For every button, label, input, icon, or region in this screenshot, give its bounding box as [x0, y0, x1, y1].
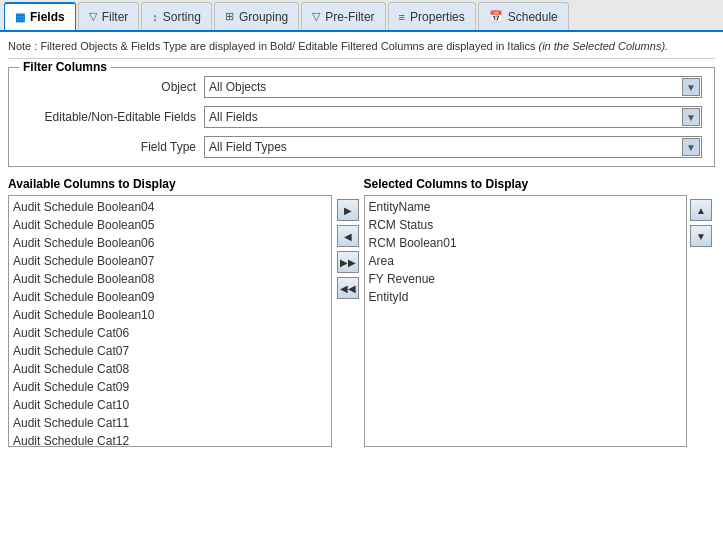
add-one-button[interactable]: ▶: [337, 199, 359, 221]
filter-fieldtype-wrapper: All Field Types ▼: [204, 136, 702, 158]
available-list-item[interactable]: Audit Schedule Boolean06: [9, 232, 331, 250]
tab-label-schedule: Schedule: [508, 10, 558, 24]
selected-columns-panel: Selected Columns to Display EntityNameRC…: [364, 177, 688, 447]
available-list-item[interactable]: Audit Schedule Cat07: [9, 340, 331, 358]
available-list-item[interactable]: Audit Schedule Boolean07: [9, 250, 331, 268]
tab-label-properties: Properties: [410, 10, 465, 24]
tab-icon-schedule: 📅: [489, 10, 503, 23]
tab-icon-sorting: ↕: [152, 11, 158, 23]
available-list-item[interactable]: Audit Schedule Boolean10: [9, 304, 331, 322]
available-list-item[interactable]: Audit Schedule Boolean05: [9, 214, 331, 232]
note-bar: Note : Filtered Objects & Fields Type ar…: [8, 40, 715, 59]
selected-list-item[interactable]: FY Revenue: [365, 268, 687, 286]
filter-fieldtype-select[interactable]: All Field Types: [204, 136, 702, 158]
middle-buttons: ▶ ◀ ▶▶ ◀◀: [332, 177, 364, 447]
filter-columns-section: Filter Columns Object All Objects ▼ Edit…: [8, 67, 715, 167]
right-buttons: ▲ ▼: [687, 177, 715, 447]
filter-object-select[interactable]: All Objects: [204, 76, 702, 98]
filter-row-object: Object All Objects ▼: [21, 76, 702, 98]
available-list-item[interactable]: Audit Schedule Boolean04: [9, 196, 331, 214]
tab-icon-prefilter: ▽: [312, 10, 320, 23]
tab-sorting[interactable]: ↕Sorting: [141, 2, 212, 30]
note-italic: (in the Selected Columns).: [539, 40, 669, 52]
filter-editable-label: Editable/Non-Editable Fields: [21, 110, 196, 124]
available-list-item[interactable]: Audit Schedule Cat09: [9, 376, 331, 394]
available-columns-panel: Available Columns to Display Audit Sched…: [8, 177, 332, 447]
tab-label-filter: Filter: [102, 10, 129, 24]
add-all-button[interactable]: ▶▶: [337, 251, 359, 273]
tab-icon-fields: ▦: [15, 11, 25, 24]
remove-one-button[interactable]: ◀: [337, 225, 359, 247]
selected-list-item[interactable]: Area: [365, 250, 687, 268]
available-list-item[interactable]: Audit Schedule Cat11: [9, 412, 331, 430]
selected-list-item[interactable]: EntityName: [365, 196, 687, 214]
tab-schedule[interactable]: 📅Schedule: [478, 2, 569, 30]
selected-list-item[interactable]: RCM Boolean01: [365, 232, 687, 250]
tab-icon-filter: ▽: [89, 10, 97, 23]
main-content: Note : Filtered Objects & Fields Type ar…: [0, 32, 723, 550]
filter-object-label: Object: [21, 80, 196, 94]
scroll-up-button[interactable]: ▲: [690, 199, 712, 221]
available-list-item[interactable]: Audit Schedule Cat12: [9, 430, 331, 447]
columns-area: Available Columns to Display Audit Sched…: [8, 177, 715, 447]
tab-label-prefilter: Pre-Filter: [325, 10, 374, 24]
tab-bar: ▦Fields▽Filter↕Sorting⊞Grouping▽Pre-Filt…: [0, 0, 723, 32]
tab-fields[interactable]: ▦Fields: [4, 2, 76, 30]
tab-prefilter[interactable]: ▽Pre-Filter: [301, 2, 385, 30]
filter-object-wrapper: All Objects ▼: [204, 76, 702, 98]
tab-label-fields: Fields: [30, 10, 65, 24]
tab-properties[interactable]: ≡Properties: [388, 2, 476, 30]
filter-row-editable: Editable/Non-Editable Fields All Fields …: [21, 106, 702, 128]
available-columns-title: Available Columns to Display: [8, 177, 332, 191]
available-list-item[interactable]: Audit Schedule Cat10: [9, 394, 331, 412]
tab-icon-grouping: ⊞: [225, 10, 234, 23]
tab-grouping[interactable]: ⊞Grouping: [214, 2, 299, 30]
filter-fieldtype-label: Field Type: [21, 140, 196, 154]
tab-label-grouping: Grouping: [239, 10, 288, 24]
tab-label-sorting: Sorting: [163, 10, 201, 24]
note-text: Note : Filtered Objects & Fields Type ar…: [8, 40, 539, 52]
tab-filter[interactable]: ▽Filter: [78, 2, 140, 30]
selected-list-item[interactable]: RCM Status: [365, 214, 687, 232]
remove-all-button[interactable]: ◀◀: [337, 277, 359, 299]
available-list-item[interactable]: Audit Schedule Cat06: [9, 322, 331, 340]
filter-editable-wrapper: All Fields ▼: [204, 106, 702, 128]
selected-list-item[interactable]: EntityId: [365, 286, 687, 304]
scroll-down-button[interactable]: ▼: [690, 225, 712, 247]
tab-icon-properties: ≡: [399, 11, 405, 23]
filter-section-title: Filter Columns: [19, 60, 111, 74]
selected-columns-list[interactable]: EntityNameRCM StatusRCM Boolean01AreaFY …: [364, 195, 688, 447]
filter-row-fieldtype: Field Type All Field Types ▼: [21, 136, 702, 158]
available-columns-list[interactable]: Audit Schedule Boolean04Audit Schedule B…: [8, 195, 332, 447]
selected-columns-title: Selected Columns to Display: [364, 177, 688, 191]
available-list-item[interactable]: Audit Schedule Cat08: [9, 358, 331, 376]
available-list-item[interactable]: Audit Schedule Boolean09: [9, 286, 331, 304]
available-list-item[interactable]: Audit Schedule Boolean08: [9, 268, 331, 286]
filter-editable-select[interactable]: All Fields: [204, 106, 702, 128]
